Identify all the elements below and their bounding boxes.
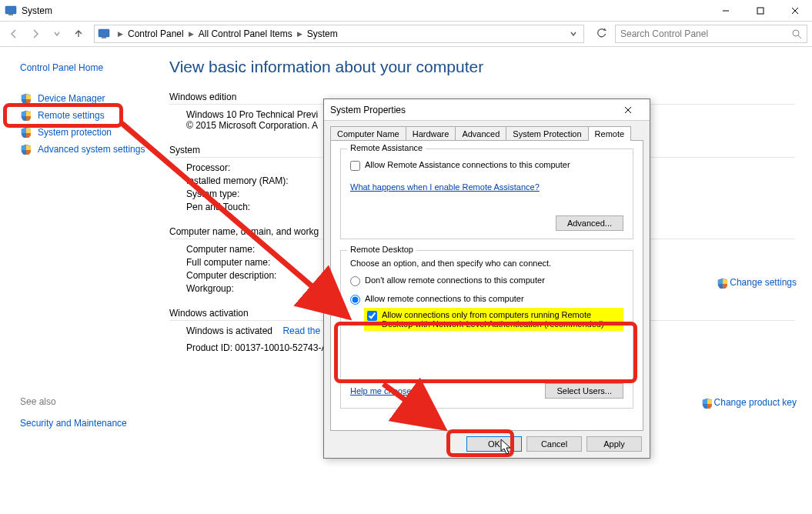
shield-icon: [701, 398, 712, 409]
shield-icon: [717, 278, 727, 289]
system-properties-dialog: System Properties Computer Name Hardware…: [323, 98, 650, 459]
group-legend: Remote Desktop: [347, 245, 416, 254]
advanced-button[interactable]: Advanced...: [556, 215, 623, 231]
group-remote-desktop: Remote Desktop Choose an option, and the…: [340, 250, 633, 409]
forward-button[interactable]: [26, 25, 45, 43]
sidebar-item-system-protection[interactable]: System protection: [20, 124, 162, 141]
minimize-button[interactable]: [708, 0, 743, 22]
tab-hardware[interactable]: Hardware: [406, 126, 456, 141]
remote-desktop-intro: Choose an option, and then specify who c…: [350, 259, 623, 268]
close-button[interactable]: [777, 0, 812, 22]
change-product-key-link[interactable]: Change product key: [701, 397, 797, 409]
chevron-right-icon[interactable]: ▶: [118, 30, 123, 38]
see-also-link[interactable]: Security and Maintenance: [20, 418, 162, 429]
breadcrumb-item[interactable]: All Control Panel Items: [197, 28, 294, 39]
group-remote-assistance: Remote Assistance Allow Remote Assistanc…: [340, 149, 633, 239]
page-title: View basic information about your comput…: [169, 58, 795, 76]
group-legend: Remote Assistance: [347, 143, 426, 152]
link-what-happens-remote-assistance[interactable]: What happens when I enable Remote Assist…: [350, 182, 540, 192]
cancel-button[interactable]: Cancel: [526, 436, 582, 452]
label-full-computer-name: Full computer name:: [186, 257, 323, 268]
shield-icon: [20, 110, 31, 121]
up-button[interactable]: [69, 25, 88, 43]
label-processor: Processor:: [186, 162, 323, 173]
label-computer-name: Computer name:: [186, 244, 323, 255]
refresh-button[interactable]: [590, 28, 612, 41]
tab-system-protection[interactable]: System Protection: [506, 126, 588, 141]
label-workgroup: Workgroup:: [186, 283, 323, 294]
read-license-link[interactable]: Read the l: [282, 325, 325, 336]
label-computer-description: Computer description:: [186, 270, 323, 281]
breadcrumb-dropdown[interactable]: [566, 30, 580, 38]
label-ram: Installed memory (RAM):: [186, 175, 323, 186]
chevron-right-icon[interactable]: ▶: [297, 30, 302, 38]
app-icon: [5, 5, 17, 17]
search-input[interactable]: Search Control Panel: [615, 25, 807, 43]
tab-advanced[interactable]: Advanced: [455, 126, 506, 141]
recent-button[interactable]: [48, 25, 66, 43]
radio-dont-allow-remote[interactable]: Don't allow remote connections to this c…: [350, 275, 623, 286]
shield-icon: [20, 93, 31, 104]
sidebar-item-device-manager[interactable]: Device Manager: [20, 90, 162, 107]
checkbox-allow-remote-assistance[interactable]: Allow Remote Assistance connections to t…: [350, 160, 623, 171]
svg-rect-3: [757, 8, 764, 14]
shield-icon: [20, 127, 31, 138]
svg-line-7: [798, 35, 801, 38]
tab-remote[interactable]: Remote: [588, 126, 632, 141]
maximize-button[interactable]: [743, 0, 777, 22]
nav-bar: ▶ Control Panel ▶ All Control Panel Item…: [0, 22, 812, 47]
dialog-close-button[interactable]: [613, 100, 643, 120]
checkbox-nla-only[interactable]: Allow connections only from computers ru…: [364, 308, 623, 331]
breadcrumb-item[interactable]: System: [306, 28, 339, 39]
dialog-title: System Properties: [330, 105, 613, 115]
dialog-titlebar: System Properties: [324, 99, 650, 121]
monitor-icon: [98, 28, 110, 40]
control-panel-home-link[interactable]: Control Panel Home: [20, 62, 162, 73]
link-help-me-choose[interactable]: Help me choose: [350, 386, 412, 396]
dialog-button-row: OK Cancel Apply: [466, 436, 642, 452]
breadcrumb-item[interactable]: Control Panel: [126, 28, 185, 39]
radio-allow-remote[interactable]: Allow remote connections to this compute…: [350, 294, 623, 305]
apply-button[interactable]: Apply: [586, 436, 642, 452]
dialog-tabs: Computer Name Hardware Advanced System P…: [324, 121, 650, 140]
sidebar: Control Panel Home Device Manager Remote…: [0, 47, 162, 514]
window-titlebar: System: [0, 0, 812, 22]
see-also-label: See also: [20, 396, 162, 407]
search-icon: [791, 28, 802, 39]
select-users-button[interactable]: Select Users...: [545, 383, 623, 399]
shield-icon: [20, 144, 31, 155]
svg-point-6: [793, 30, 799, 36]
tab-body-remote: Remote Assistance Allow Remote Assistanc…: [330, 140, 643, 431]
label-pen-touch: Pen and Touch:: [186, 202, 323, 212]
sidebar-item-advanced-system-settings[interactable]: Advanced system settings: [20, 141, 162, 158]
label-system-type: System type:: [186, 189, 323, 199]
tab-computer-name[interactable]: Computer Name: [330, 126, 406, 141]
window-title: System: [22, 5, 708, 16]
sidebar-item-remote-settings[interactable]: Remote settings: [20, 107, 162, 124]
ok-button[interactable]: OK: [466, 436, 522, 452]
search-placeholder: Search Control Panel: [620, 28, 791, 39]
back-button[interactable]: [5, 25, 23, 43]
chevron-right-icon[interactable]: ▶: [189, 30, 194, 38]
breadcrumb[interactable]: ▶ Control Panel ▶ All Control Panel Item…: [94, 25, 584, 43]
change-settings-link[interactable]: Change settings: [717, 277, 797, 289]
